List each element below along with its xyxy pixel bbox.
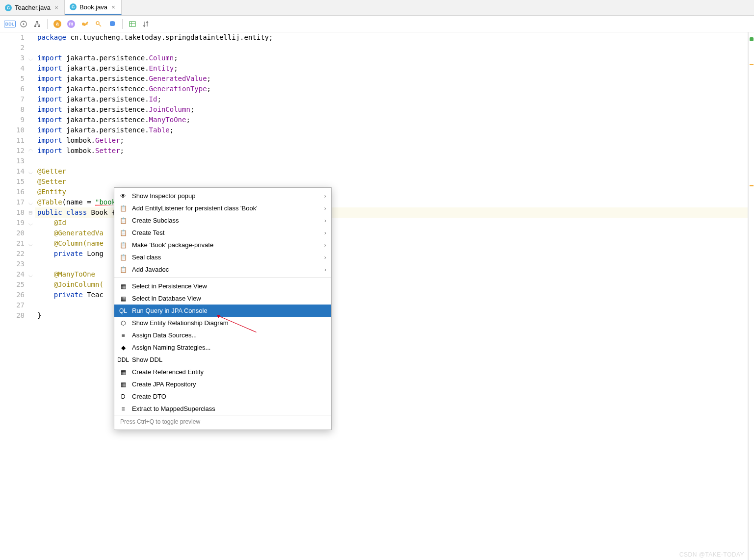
fold-marker[interactable] [28, 210, 33, 215]
menu-item-label: Seal class [132, 254, 161, 261]
menu-item-icon: ≡ [119, 405, 127, 413]
menu-item-icon: 👁 [119, 192, 127, 200]
svg-rect-7 [130, 22, 135, 26]
menu-item-label: Make 'Book' package-private [132, 241, 213, 249]
menu-item[interactable]: ◆Assign Naming Strategies... [114, 341, 331, 354]
menu-item-icon: 📋 [119, 241, 127, 249]
fold-marker[interactable] [28, 272, 33, 277]
menu-item[interactable]: ▦Select in Database View [114, 292, 331, 305]
menu-separator [114, 278, 331, 278]
menu-item[interactable]: ≡Assign Data Sources... [114, 329, 331, 341]
menu-item-label: Create Test [132, 229, 164, 236]
menu-item[interactable]: ▦Create JPA Repository [114, 378, 331, 390]
warn-marker [750, 64, 754, 65]
fold-marker[interactable] [28, 241, 33, 246]
close-icon[interactable]: × [110, 3, 116, 11]
ddl-button[interactable]: DDL [4, 18, 16, 30]
code-line[interactable]: @Setter [35, 177, 748, 187]
tab-label: Teacher.java [15, 4, 51, 11]
code-line[interactable] [35, 43, 748, 53]
menu-item-icon: 📋 [119, 229, 127, 237]
menu-item-icon: D [119, 393, 127, 401]
line-number: 7 [0, 94, 25, 104]
menu-item-label: Add EntityListener for persistent class … [132, 204, 258, 212]
sort-button[interactable] [140, 18, 152, 30]
menu-item-icon: ▦ [119, 282, 127, 290]
line-number: 1 [0, 32, 25, 43]
menu-item-label: Create DTO [132, 393, 166, 400]
menu-item-icon: DDL [119, 356, 127, 364]
line-number: 22 [0, 249, 25, 259]
separator [47, 19, 48, 29]
fold-marker[interactable] [28, 169, 33, 174]
fold-marker[interactable] [28, 200, 33, 204]
line-number: 17 [0, 197, 25, 207]
code-line[interactable]: import jakarta.persistence.Table; [35, 125, 748, 135]
jpa-toolbar: DDL a m [0, 16, 754, 32]
menu-item[interactable]: ⬡Show Entity Relationship Diagram [114, 317, 331, 329]
key-button[interactable] [79, 18, 91, 30]
fold-marker[interactable] [28, 55, 33, 60]
target-button[interactable] [18, 18, 29, 30]
code-line[interactable]: import jakarta.persistence.ManyToOne; [35, 115, 748, 125]
menu-item-icon: 📋 [119, 254, 127, 261]
menu-item[interactable]: 📋Seal class› [114, 251, 331, 263]
fold-marker[interactable] [28, 220, 33, 225]
svg-point-1 [23, 23, 25, 25]
tab-book[interactable]: C Book.java × [65, 0, 122, 15]
menu-item[interactable]: DCreate DTO [114, 390, 331, 403]
menu-item[interactable]: QLRun Query in JPA Console [114, 305, 331, 317]
menu-item-label: Assign Naming Strategies... [132, 344, 210, 351]
close-icon[interactable]: × [53, 4, 59, 11]
tab-label: Book.java [79, 3, 107, 11]
fold-gutter[interactable] [28, 32, 35, 560]
menu-item[interactable]: ▦Select in Persistence View [114, 280, 331, 292]
code-line[interactable]: @Getter [35, 166, 748, 177]
menu-item-label: Create Subclass [132, 217, 179, 224]
line-number: 10 [0, 125, 25, 135]
menu-item-icon: ▦ [119, 381, 127, 388]
menu-item[interactable]: 📋Create Subclass› [114, 214, 331, 227]
menu-item[interactable]: ▦Create Referenced Entity [114, 366, 331, 378]
menu-item[interactable]: 📋Add EntityListener for persistent class… [114, 202, 331, 214]
hierarchy-button[interactable] [31, 18, 43, 30]
search-key-button[interactable] [93, 18, 104, 30]
code-line[interactable]: import jakarta.persistence.Id; [35, 94, 748, 104]
code-line[interactable] [35, 156, 748, 166]
line-number: 8 [0, 104, 25, 115]
editor-tabs: C Teacher.java × C Book.java × [0, 0, 754, 16]
database-button[interactable] [106, 18, 118, 30]
attribute-button[interactable]: a [52, 18, 63, 30]
class-icon: C [5, 4, 12, 11]
code-line[interactable]: import jakarta.persistence.GenerationTyp… [35, 84, 748, 94]
submenu-arrow-icon: › [324, 192, 326, 200]
line-number: 6 [0, 84, 25, 94]
intention-actions-menu: 👁Show Inspector popup›📋Add EntityListene… [114, 187, 332, 430]
code-line[interactable]: import lombok.Getter; [35, 135, 748, 146]
code-line[interactable]: import jakarta.persistence.GeneratedValu… [35, 74, 748, 84]
line-number: 13 [0, 156, 25, 166]
code-line[interactable]: import lombok.Setter; [35, 146, 748, 156]
menu-item[interactable]: 📋Make 'Book' package-private› [114, 239, 331, 251]
menu-item-label: Show DDL [132, 356, 162, 363]
menu-item[interactable]: ≡Extract to MappedSuperclass [114, 403, 331, 415]
error-stripe[interactable] [748, 32, 754, 560]
code-line[interactable]: import jakarta.persistence.JoinColumn; [35, 104, 748, 115]
line-number: 19 [0, 218, 25, 228]
table-button[interactable] [127, 18, 138, 30]
menu-item-label: Create Referenced Entity [132, 368, 204, 376]
svg-rect-4 [38, 25, 40, 27]
tab-teacher[interactable]: C Teacher.java × [0, 0, 65, 15]
menu-item[interactable]: DDLShow DDL [114, 354, 331, 366]
code-line[interactable]: package cn.tuyucheng.taketoday.springdat… [35, 32, 748, 43]
menu-item[interactable]: 📋Create Test› [114, 227, 331, 239]
code-line[interactable]: import jakarta.persistence.Column; [35, 53, 748, 63]
method-button[interactable]: m [65, 18, 77, 30]
code-editor[interactable]: 1234567891011121314151617181920212223242… [0, 32, 754, 560]
fold-marker[interactable] [28, 148, 33, 153]
line-number: 12 [0, 146, 25, 156]
menu-item[interactable]: 📋Add Javadoc› [114, 263, 331, 276]
menu-item[interactable]: 👁Show Inspector popup› [114, 190, 331, 202]
code-line[interactable]: import jakarta.persistence.Entity; [35, 63, 748, 74]
line-number: 11 [0, 135, 25, 146]
